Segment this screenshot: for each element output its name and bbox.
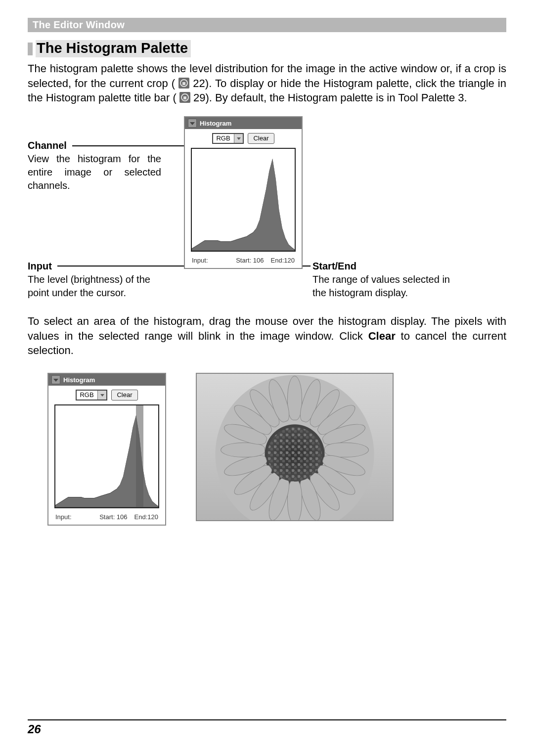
footer-start-value: Start: 106 xyxy=(236,257,264,264)
sunflower-petal xyxy=(221,443,265,457)
palette-footer: Input: Start: 106 End:120 xyxy=(185,255,302,268)
footer-start-value: Start: 106 xyxy=(99,513,127,521)
channel-dropdown[interactable]: RGB xyxy=(212,133,244,144)
footer-input-label: Input: xyxy=(192,257,208,264)
channel-dropdown[interactable]: RGB xyxy=(76,390,107,400)
chevron-down-icon[interactable] xyxy=(234,134,243,143)
palette-title: Histogram xyxy=(200,120,231,127)
palette-collapse-handle[interactable] xyxy=(188,119,197,128)
svg-marker-0 xyxy=(192,159,295,251)
histogram-display[interactable] xyxy=(191,148,296,252)
histogram-palette-example: Histogram RGB Clear Input: Start: 106 En… xyxy=(47,373,166,526)
page-number: 26 xyxy=(28,722,41,736)
callout-startend: Start/End The range of values selected i… xyxy=(312,260,466,300)
reference-icon xyxy=(179,92,190,103)
chevron-down-icon[interactable] xyxy=(97,391,106,400)
clear-button[interactable]: Clear xyxy=(248,133,274,144)
title-accent xyxy=(28,43,33,55)
callout-channel: Channel View the histogram for the entir… xyxy=(28,139,161,192)
footer-input-label: Input: xyxy=(55,513,72,521)
callout-channel-text: View the histogram for the entire image … xyxy=(28,153,161,191)
histogram-diagram: Channel View the histogram for the entir… xyxy=(28,116,506,294)
footer-rule xyxy=(28,719,506,720)
histogram-display[interactable] xyxy=(54,404,159,508)
palette-titlebar[interactable]: Histogram xyxy=(185,117,302,129)
clear-button[interactable]: Clear xyxy=(111,390,137,400)
palette-collapse-handle[interactable] xyxy=(51,375,60,384)
sunflower-seeds xyxy=(267,427,322,482)
palette-titlebar[interactable]: Histogram xyxy=(48,374,165,386)
clear-bold: Clear xyxy=(368,330,396,342)
footer-end-value: End:120 xyxy=(271,257,295,264)
callout-input-text: The level (brightness) of the point unde… xyxy=(28,274,150,298)
selection-band xyxy=(136,405,143,507)
sample-image xyxy=(196,373,394,521)
palette-toolbar: RGB Clear xyxy=(48,386,165,404)
histogram-plot xyxy=(192,149,295,251)
callout-input-line xyxy=(57,266,190,267)
palette-title: Histogram xyxy=(63,376,95,384)
page-title: The Histogram Palette xyxy=(28,40,506,57)
section-header: The Editor Window xyxy=(28,18,506,32)
callout-startend-label: Start/End xyxy=(312,261,356,271)
page-title-text: The Histogram Palette xyxy=(36,40,191,57)
intro-ref-2: 29). By default, the Histogram palette i… xyxy=(193,91,467,104)
palette-toolbar: RGB Clear xyxy=(185,129,302,148)
page-footer: 26 xyxy=(28,719,506,736)
intro-paragraph: The histogram palette shows the level di… xyxy=(28,61,506,105)
callout-startend-text: The range of values selected in the hist… xyxy=(312,274,450,298)
callout-channel-line xyxy=(72,145,201,146)
footer-end-value: End:120 xyxy=(134,513,158,521)
palette-footer: Input: Start: 106 End:120 xyxy=(48,511,165,525)
histogram-palette: Histogram RGB Clear Input: Start: 106 En… xyxy=(184,116,303,269)
example-row: Histogram RGB Clear Input: Start: 106 En… xyxy=(47,373,506,526)
sunflower-petal xyxy=(287,480,302,521)
selection-paragraph: To select an area of the histogram, drag… xyxy=(28,314,506,358)
channel-dropdown-value: RGB xyxy=(213,134,234,143)
callout-channel-label: Channel xyxy=(28,140,67,151)
callout-input-label: Input xyxy=(28,261,52,271)
channel-dropdown-value: RGB xyxy=(77,391,97,400)
reference-icon xyxy=(178,78,189,89)
